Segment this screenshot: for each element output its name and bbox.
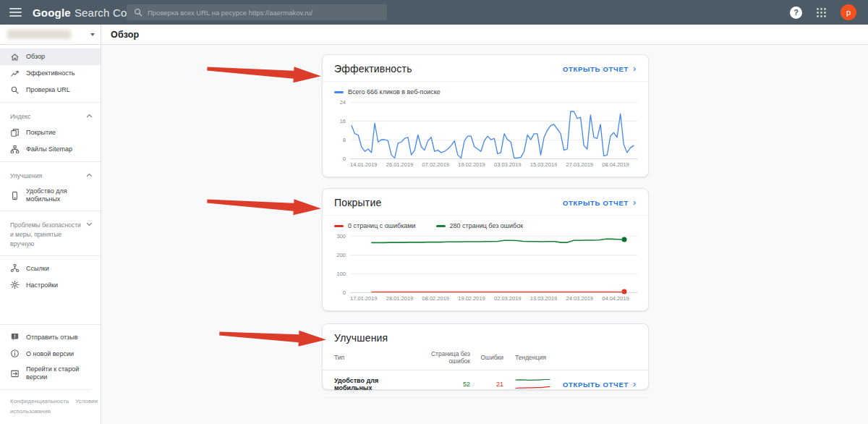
sidebar-item-coverage[interactable]: Покрытие — [0, 124, 101, 141]
sidebar-item-label: Отправить отзыв — [26, 334, 77, 342]
sidebar-item-performance[interactable]: Эффективность — [0, 65, 101, 82]
x-axis-label: 08.02.2019 — [422, 295, 459, 302]
sidebar: ОбзорЭффективностьПроверка URLИндексПокр… — [0, 45, 101, 424]
links-icon — [10, 263, 20, 273]
chevron-down-icon — [90, 33, 95, 36]
sidebar-section-enhancements[interactable]: Улучшения — [0, 166, 101, 184]
legend-dash — [436, 225, 446, 227]
sidebar-item-send-feedback[interactable]: Отправить отзыв — [0, 328, 101, 345]
sidebar-item-about-new-version[interactable]: О новой версии — [0, 345, 101, 362]
page-title: Обзор — [111, 30, 139, 40]
sidebar-item-label: Проверка URL — [26, 86, 70, 94]
sidebar-legal-links: КонфиденциальностьУсловия использования — [0, 389, 91, 424]
x-axis-label: 24.03.2019 — [566, 295, 603, 302]
sidebar-item-links[interactable]: Ссылки — [0, 260, 101, 276]
errors-count: 21 — [470, 381, 503, 388]
main-content: Эффективность ОТКРЫТЬ ОТЧЕТ Всего 666 кл… — [101, 45, 868, 424]
card-title: Улучшения — [334, 332, 388, 344]
open-report-link[interactable]: ОТКРЫТЬ ОТЧЕТ — [563, 381, 637, 389]
coverage-icon — [10, 128, 20, 137]
card-title: Покрытие — [334, 197, 381, 208]
x-axis-label: 04.04.2019 — [602, 295, 638, 302]
divider — [0, 211, 101, 211]
coverage-chart: 3002001000 17.01.201928.01.201908.02.201… — [323, 231, 648, 302]
x-axis-label: 03.03.2019 — [494, 161, 530, 168]
sidebar-item-go-to-old-version[interactable]: Перейти к старой версии — [0, 362, 101, 385]
divider — [0, 324, 101, 325]
sparkline-chart — [515, 378, 551, 389]
y-axis-label: 100 — [331, 271, 346, 277]
enhancement-type: Удобство для мобильных — [334, 377, 409, 391]
home-icon — [10, 52, 20, 62]
sidebar-item-label: Удобство для мобильных — [26, 187, 96, 203]
search-icon — [134, 8, 142, 17]
x-axis-label: 26.01.2019 — [386, 161, 422, 168]
legend-label: Всего 666 кликов в веб-поиске — [348, 88, 441, 96]
x-axis-label: 27.03.2019 — [566, 161, 603, 168]
sidebar-item-overview[interactable]: Обзор — [0, 48, 101, 65]
divider — [0, 102, 101, 103]
sidebar-item-settings[interactable]: Настройки — [0, 276, 101, 293]
help-icon[interactable]: ? — [790, 7, 802, 19]
property-selector[interactable] — [0, 25, 101, 45]
x-axis-label: 28.01.2019 — [386, 295, 422, 302]
sidebar-item-url-inspection[interactable]: Проверка URL — [0, 82, 101, 98]
open-report-link[interactable]: ОТКРЫТЬ ОТЧЕТ — [563, 65, 637, 73]
sidebar-section-index[interactable]: Индекс — [0, 106, 101, 124]
column-header: Тенденция — [503, 354, 561, 361]
table-header: ТипСтраница без ошибокОшибкиТенденция — [323, 347, 648, 370]
x-axis-label: 15.03.2019 — [530, 161, 566, 168]
legend-item: 0 страниц с ошибками — [334, 222, 416, 229]
avatar[interactable]: p — [841, 4, 856, 20]
column-header: Ошибки — [470, 354, 503, 361]
sidebar-section-label: Индекс — [10, 112, 31, 122]
logo-google: Google — [33, 7, 71, 19]
valid-pages-count: 52 — [409, 381, 470, 388]
chevron-down-icon — [86, 221, 93, 228]
x-axis-label: 07.02.2019 — [422, 161, 459, 168]
chevron-up-icon — [86, 112, 93, 119]
url-inspection-searchbox[interactable] — [127, 4, 387, 20]
sidebar-item-sitemaps[interactable]: Файлы Sitemap — [0, 141, 101, 158]
divider — [0, 255, 101, 256]
column-header: Тип — [334, 354, 409, 361]
open-report-link[interactable]: ОТКРЫТЬ ОТЧЕТ — [563, 199, 637, 207]
sidebar-item-mobile-usability[interactable]: Удобство для мобильных — [0, 184, 101, 207]
x-axis-label: 19.02.2019 — [458, 161, 494, 168]
search-icon — [10, 85, 20, 95]
sitemap-icon — [10, 145, 20, 154]
column-header: Страница без ошибок — [409, 350, 470, 365]
legacy-icon — [10, 369, 20, 378]
search-input[interactable] — [148, 9, 387, 17]
gridline — [350, 292, 638, 293]
sidebar-item-label: Эффективность — [26, 69, 75, 77]
enhancements-card: Улучшения ТипСтраница без ошибокОшибкиТе… — [322, 323, 649, 390]
legend-item: 280 страниц без ошибок — [436, 222, 524, 229]
trend-sparkline — [503, 378, 561, 391]
performance-line-chart — [350, 102, 638, 158]
chevron-up-icon — [86, 171, 93, 179]
chart-legend: 0 страниц с ошибками280 страниц без ошиб… — [323, 216, 648, 231]
apps-grid-icon[interactable] — [816, 7, 827, 18]
y-axis-label: 200 — [331, 252, 346, 258]
card-title: Эффективность — [334, 63, 412, 75]
legal-link-0[interactable]: Конфиденциальность — [10, 398, 69, 404]
y-axis-label: 24 — [331, 99, 346, 106]
info-icon — [10, 349, 20, 358]
x-axis-label: 17.01.2019 — [350, 295, 386, 302]
y-axis-label: 0 — [331, 156, 346, 162]
table-row: Удобство для мобильных5221ОТКРЫТЬ ОТЧЕТ — [323, 370, 648, 398]
gear-icon — [10, 280, 20, 289]
annotation-arrow-coverage — [206, 193, 323, 221]
property-name-blurred — [7, 30, 71, 39]
app-header: GoogleSearch Console ? p — [0, 0, 868, 25]
coverage-card: Покрытие ОТКРЫТЬ ОТЧЕТ 0 страниц с ошибк… — [322, 188, 649, 311]
y-axis-label: 300 — [331, 233, 346, 239]
sidebar-item-label: Перейти к старой версии — [26, 365, 96, 381]
sidebar-footer: Отправить отзывО новой версииПерейти к с… — [0, 321, 101, 424]
hamburger-menu-button[interactable] — [9, 6, 22, 19]
sidebar-item-label: Ссылки — [26, 265, 49, 273]
sidebar-section-security-and-manual-actions[interactable]: Проблемы безопасности и меры, принятые в… — [0, 215, 101, 253]
annotation-arrow-enhancements — [218, 326, 328, 352]
legend-item: Всего 666 кликов в веб-поиске — [334, 88, 441, 96]
